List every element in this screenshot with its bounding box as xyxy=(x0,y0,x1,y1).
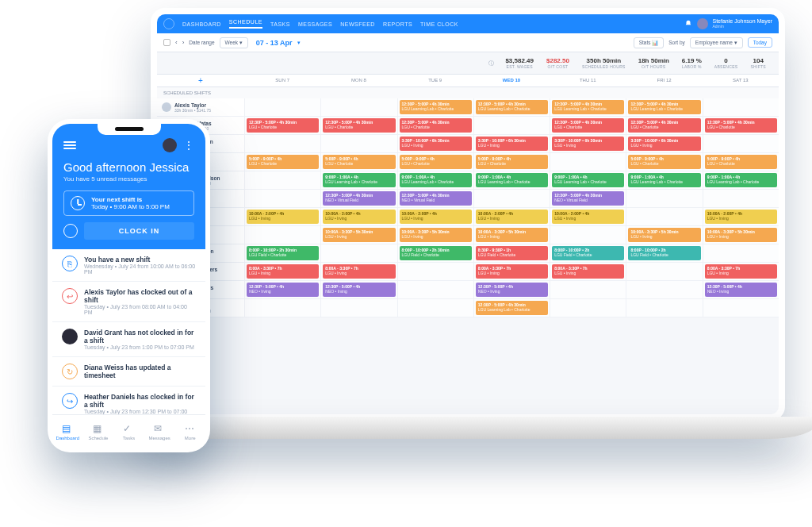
schedule-cell[interactable]: 12:30P - 5:00P • 4hNEO • Irving xyxy=(320,281,396,298)
schedule-cell[interactable]: 12:30P - 5:00P • 4h 30minLGU Learning La… xyxy=(550,98,626,116)
schedule-cell[interactable]: 10:00A - 3:30P • 5h 30minLGU • Irving xyxy=(397,226,473,244)
schedule-cell[interactable]: 10:00A - 3:30P • 5h 30minLGU • Irving xyxy=(473,226,550,244)
user-avatar[interactable] xyxy=(697,18,708,29)
shift-block[interactable]: 12:30P - 5:00P • 4h 30minNEO • Virtual F… xyxy=(323,191,395,206)
schedule-cell[interactable] xyxy=(626,299,702,317)
tab-dashboard[interactable]: ▤Dashboard xyxy=(52,415,83,448)
feed-item[interactable]: ↩Alexis Taylor has clocked out of a shif… xyxy=(52,282,205,322)
schedule-cell[interactable]: 9:00P - 1:00A • 4hLGU Learning Lab • Cha… xyxy=(320,171,396,189)
schedule-cell[interactable] xyxy=(703,135,779,152)
schedule-cell[interactable]: 8:00A - 3:30P • 7hLGU • Irving xyxy=(320,263,396,280)
schedule-cell[interactable]: 5:00P - 9:00P • 4hLGU • Charlotte xyxy=(626,153,702,171)
schedule-cell[interactable]: 9:00P - 1:00A • 4hLGU Learning Lab • Cha… xyxy=(473,171,550,189)
schedule-cell[interactable] xyxy=(397,299,473,317)
shift-block[interactable]: 8:00A - 3:30P • 7hLGU • Irving xyxy=(552,264,624,279)
sort-select[interactable]: Employee name ▾ xyxy=(690,37,743,48)
today-button[interactable]: Today xyxy=(748,37,772,48)
shift-block[interactable]: 12:30P - 5:00P • 4hNEO • Irving xyxy=(476,283,548,297)
shift-block[interactable]: 3:30P - 10:00P • 6h 30minLGU • Irving xyxy=(552,137,624,151)
schedule-cell[interactable]: 5:00P - 9:00P • 4hLGU • Charlotte xyxy=(397,153,473,171)
shift-block[interactable]: 12:30P - 5:00P • 4h 30minLGU Learning La… xyxy=(552,100,624,114)
next-shift-card[interactable]: Your next shift is Today • 9:00 AM to 5:… xyxy=(63,190,194,216)
shift-block[interactable]: 5:00P - 9:00P • 4hLGU • Charlotte xyxy=(247,155,319,169)
notifications-icon[interactable] xyxy=(684,20,692,28)
schedule-cell[interactable]: 8:00A - 3:30P • 7hLGU • Irving xyxy=(473,263,550,280)
schedule-cell[interactable] xyxy=(473,117,550,134)
day-header-cell[interactable]: WED 10 xyxy=(473,75,550,87)
schedule-cell[interactable] xyxy=(550,226,626,244)
feed-item[interactable]: ↻Diana Weiss has updated a timesheet xyxy=(52,357,205,387)
nav-tasks[interactable]: TASKS xyxy=(270,21,290,27)
schedule-cell[interactable] xyxy=(397,281,473,298)
shift-block[interactable]: 12:30P - 5:00P • 4h 30minLGU Learning La… xyxy=(628,100,700,114)
shift-block[interactable]: 3:30P - 10:00P • 6h 30minLGU • Irving xyxy=(476,137,548,151)
schedule-cell[interactable] xyxy=(550,299,626,317)
schedule-cell[interactable] xyxy=(703,98,779,116)
day-header-cell[interactable]: MON 8 xyxy=(320,75,396,87)
schedule-cell[interactable]: 8:00A - 3:30P • 7hLGU • Irving xyxy=(703,263,779,280)
shift-block[interactable]: 12:30P - 5:00P • 4h 30minLGU • Charlotte xyxy=(323,118,395,133)
schedule-cell[interactable] xyxy=(626,208,702,225)
shift-block[interactable]: 12:30P - 5:00P • 4h 30minLGU • Charlotte xyxy=(628,118,700,133)
schedule-cell[interactable]: 3:30P - 10:00P • 6h 30minLGU • Irving xyxy=(550,135,626,152)
schedule-cell[interactable]: 12:30P - 5:00P • 4h 30minLGU • Charlotte xyxy=(550,117,626,134)
schedule-cell[interactable]: 12:30P - 5:00P • 4h 30minLGU Learning La… xyxy=(473,299,550,317)
mobile-avatar[interactable] xyxy=(163,138,177,152)
feed-item[interactable]: David Grant has not clocked in for a shi… xyxy=(52,322,205,357)
shift-block[interactable]: 8:00P - 10:00P • 2h 30minLGU Field • Cha… xyxy=(400,246,472,260)
schedule-cell[interactable]: 10:00A - 2:00P • 4hLGU • Irving xyxy=(473,208,550,225)
day-header-cell[interactable]: FRI 12 xyxy=(626,75,702,87)
shift-block[interactable]: 10:00A - 3:30P • 5h 30minLGU • Irving xyxy=(628,228,700,242)
schedule-cell[interactable]: 9:00P - 1:00A • 4hLGU Learning Lab • Cha… xyxy=(703,171,779,189)
shift-block[interactable]: 12:30P - 5:00P • 4h 30minNEO • Virtual F… xyxy=(400,191,472,206)
clock-in-button[interactable]: CLOCK IN xyxy=(84,222,194,240)
schedule-cell[interactable]: 10:00A - 3:30P • 5h 30minLGU • Irving xyxy=(703,226,779,244)
shift-block[interactable]: 12:30P - 5:00P • 4h 30minLGU • Charlotte xyxy=(247,118,319,133)
schedule-cell[interactable]: 12:30P - 5:00P • 4hNEO • Irving xyxy=(703,281,779,298)
shift-block[interactable]: 9:00P - 1:00A • 4hLGU Learning Lab • Cha… xyxy=(552,173,624,187)
schedule-cell[interactable] xyxy=(626,190,702,207)
nav-messages[interactable]: MESSAGES xyxy=(298,21,332,27)
schedule-cell[interactable]: 12:30P - 5:00P • 4h 30minLGU • Charlotte xyxy=(626,117,702,134)
schedule-cell[interactable]: 8:00A - 3:30P • 7hLGU • Irving xyxy=(244,263,320,280)
feed-item[interactable]: ↪Heather Daniels has clocked in for a sh… xyxy=(52,387,205,414)
schedule-cell[interactable]: 8:00P - 10:00P • 2h 30minLGU Field • Cha… xyxy=(244,244,320,262)
shift-block[interactable]: 12:30P - 5:00P • 4h 30minLGU • Charlotte xyxy=(552,118,624,133)
shift-block[interactable]: 10:00A - 3:30P • 5h 30minLGU • Irving xyxy=(705,228,777,242)
schedule-cell[interactable]: 8:00P - 10:00P • 2h 30minLGU Field • Cha… xyxy=(397,244,473,262)
shift-block[interactable]: 9:00P - 1:00A • 4hLGU Learning Lab • Cha… xyxy=(400,173,472,187)
day-header-cell[interactable]: THU 11 xyxy=(550,75,626,87)
feed-item[interactable]: ⎘You have a new shiftWednesday • July 24… xyxy=(52,249,205,282)
schedule-cell[interactable] xyxy=(244,98,320,116)
schedule-cell[interactable] xyxy=(626,263,702,280)
tab-messages[interactable]: ✉Messages xyxy=(144,415,175,448)
nav-newsfeed[interactable]: NEWSFEED xyxy=(340,21,375,27)
day-header-cell[interactable]: TUE 9 xyxy=(397,75,473,87)
schedule-cell[interactable]: 8:00A - 3:30P • 7hLGU • Irving xyxy=(550,263,626,280)
employee-cell[interactable]: Alexis Taylor33h 30min • $141.75 xyxy=(157,98,244,116)
tab-tasks[interactable]: ✓Tasks xyxy=(113,415,144,448)
schedule-cell[interactable] xyxy=(626,281,702,298)
shift-block[interactable]: 5:00P - 9:00P • 4hLGU • Charlotte xyxy=(705,155,777,169)
schedule-cell[interactable] xyxy=(244,226,320,244)
schedule-cell[interactable] xyxy=(550,153,626,171)
schedule-cell[interactable]: 12:30P - 5:00P • 4h 30minLGU Learning La… xyxy=(473,98,550,116)
add-employee-button[interactable]: + xyxy=(157,75,244,87)
shift-block[interactable]: 10:00A - 3:30P • 5h 30minLGU • Irving xyxy=(476,228,548,242)
schedule-cell[interactable] xyxy=(320,135,396,152)
info-icon[interactable]: ⓘ xyxy=(488,60,494,67)
schedule-cell[interactable]: 5:00P - 9:00P • 4hLGU • Charlotte xyxy=(473,153,550,171)
stats-button[interactable]: Stats 📊 xyxy=(634,37,665,48)
schedule-cell[interactable]: 12:30P - 5:00P • 4h 30minLGU Learning La… xyxy=(397,98,473,116)
day-header-cell[interactable]: SAT 13 xyxy=(703,75,779,87)
schedule-cell[interactable] xyxy=(320,244,396,262)
shift-block[interactable]: 5:00P - 9:00P • 4hLGU • Charlotte xyxy=(323,155,395,169)
schedule-cell[interactable] xyxy=(473,190,550,207)
nav-schedule[interactable]: SCHEDULE xyxy=(229,19,262,29)
schedule-cell[interactable] xyxy=(703,299,779,317)
shift-block[interactable]: 3:30P - 10:00P • 6h 30minLGU • Irving xyxy=(400,137,472,151)
shift-block[interactable]: 8:00A - 3:30P • 7hLGU • Irving xyxy=(247,264,319,279)
shift-block[interactable]: 5:00P - 9:00P • 4hLGU • Charlotte xyxy=(476,155,548,169)
shift-block[interactable]: 10:00A - 3:30P • 5h 30minLGU • Irving xyxy=(323,228,395,242)
schedule-cell[interactable] xyxy=(320,299,396,317)
